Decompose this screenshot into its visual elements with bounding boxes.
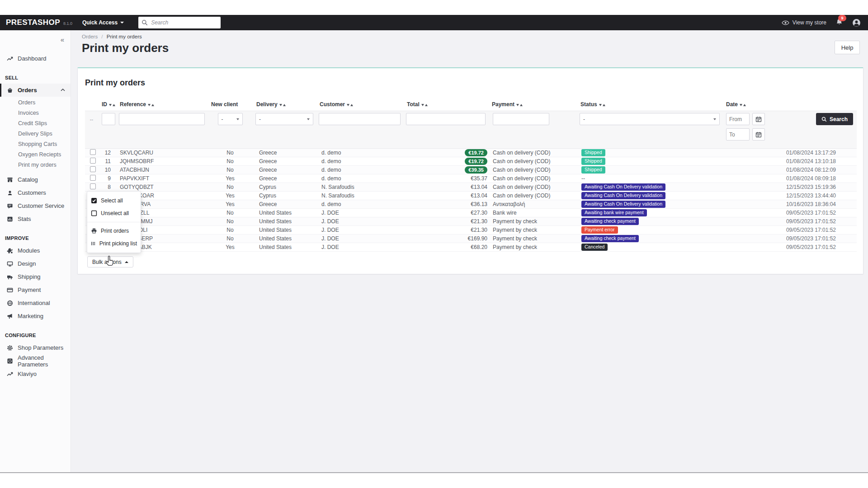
column-label: Status	[580, 101, 597, 108]
sort-icon[interactable]	[347, 101, 353, 108]
sidebar-item-label: Marketing	[18, 313, 43, 319]
sidebar-item-shop-parameters[interactable]: Shop Parameters	[0, 341, 71, 354]
status-badge: Awaiting Cash On Delivery validation	[581, 192, 665, 200]
checkbox-checked-icon	[91, 197, 97, 204]
sort-icon[interactable]	[516, 101, 523, 108]
filter-date-from-input[interactable]	[726, 113, 750, 125]
search-input[interactable]	[150, 19, 211, 26]
column-header-status[interactable]: Status	[577, 99, 722, 111]
column-header-total[interactable]: Total	[403, 99, 488, 111]
column-header-pay[interactable]: Payment	[488, 99, 577, 111]
sidebar-item-marketing[interactable]: Marketing	[0, 310, 71, 323]
cell-id: 9	[98, 174, 116, 183]
column-header-id[interactable]: ID	[98, 99, 116, 111]
sort-icon[interactable]	[740, 101, 746, 108]
row-checkbox[interactable]	[90, 158, 96, 164]
column-header-reference[interactable]: Reference	[116, 99, 208, 111]
cell-cust: d. demo	[316, 200, 403, 209]
total-paid-pill: €19.72	[465, 149, 487, 156]
filter-status-select[interactable]: -	[580, 113, 720, 125]
column-label: ID	[102, 101, 107, 108]
sidebar-subitem-print-my-orders[interactable]: Print my orders	[0, 160, 71, 170]
topbar: PRESTASHOP 8.1.0 Quick Access View my st…	[0, 15, 868, 30]
sidebar-subitem-shopping-carts[interactable]: Shopping Carts	[0, 139, 71, 150]
prestashop-logo[interactable]: PRESTASHOP	[6, 18, 60, 27]
sidebar-item-dashboard[interactable]: Dashboard	[0, 52, 71, 65]
view-my-store-link[interactable]: View my store	[782, 19, 826, 26]
cell-pay: Payment by check	[488, 217, 577, 226]
sidebar-subitem-invoices[interactable]: Invoices	[0, 108, 71, 118]
menu-divider	[87, 222, 141, 222]
cell-date: 09/05/2023 17:01:52	[722, 226, 857, 235]
sidebar-collapse-button[interactable]: «	[59, 35, 66, 44]
sidebar-item-orders[interactable]: Orders	[0, 84, 71, 97]
filter-delivery-select[interactable]: -	[255, 113, 313, 125]
sidebar-subitem-oxygen-reciepts[interactable]: Oxygen Reciepts	[0, 150, 71, 160]
sidebar-item-label: Stats	[18, 216, 31, 222]
total-paid-pill: €19.72	[465, 158, 487, 165]
bulk-menu-item-print-orders[interactable]: Print orders	[87, 225, 141, 237]
sidebar-subitem-delivery-slips[interactable]: Delivery Slips	[0, 129, 71, 139]
content-area: Orders / Print my orders Print my orders…	[71, 30, 868, 472]
bulk-actions-button[interactable]: Bulk actions	[87, 256, 133, 267]
sidebar-item-label: Dashboard	[18, 55, 47, 62]
row-checkbox[interactable]	[90, 166, 96, 172]
sidebar-item-customer-service[interactable]: Customer Service	[0, 199, 71, 212]
status-badge: Awaiting bank wire payment	[581, 209, 647, 217]
dashboard-icon	[7, 56, 13, 62]
breadcrumb-orders[interactable]: Orders	[82, 34, 98, 39]
filter-payment-input[interactable]	[493, 113, 549, 125]
sort-icon[interactable]	[421, 101, 428, 108]
filter-new-client-select[interactable]: -	[218, 113, 243, 125]
sidebar-item-customers[interactable]: Customers	[0, 186, 71, 199]
profile-avatar[interactable]	[852, 19, 861, 27]
sort-icon[interactable]	[279, 101, 286, 108]
grid-search-button[interactable]: Search	[816, 113, 853, 125]
quick-access-menu[interactable]: Quick Access	[82, 19, 124, 26]
cell-del: Greece	[253, 166, 316, 174]
cell-sel	[85, 174, 98, 183]
sidebar-item-stats[interactable]: Stats	[0, 212, 71, 225]
bulk-menu-item-select-all[interactable]: Select all	[87, 194, 141, 207]
sidebar-item-international[interactable]: International	[0, 296, 71, 310]
calendar-icon	[755, 131, 762, 138]
filter-date-to-input[interactable]	[726, 128, 750, 141]
cell-status: Awaiting Cash On Delivery validation	[577, 192, 722, 200]
sidebar-item-modules[interactable]: Modules	[0, 244, 71, 257]
notifications-button[interactable]: 9	[835, 18, 843, 27]
calendar-from-button[interactable]	[752, 113, 765, 125]
column-header-cust[interactable]: Customer	[316, 99, 403, 111]
row-checkbox[interactable]	[90, 175, 96, 181]
filter-id-input[interactable]	[102, 113, 115, 125]
sort-icon[interactable]	[109, 101, 115, 108]
calendar-to-button[interactable]	[752, 128, 765, 141]
sidebar-item-shipping[interactable]: Shipping	[0, 270, 71, 283]
sidebar-item-payment[interactable]: Payment	[0, 283, 71, 296]
sidebar-item-klaviyo[interactable]: Klaviyo	[0, 367, 71, 380]
row-checkbox[interactable]	[90, 149, 96, 155]
table-row: 8GOTYQDBZTNoCyprusN. Sarafoudis€13.04Cas…	[85, 183, 857, 192]
filter-total-input[interactable]	[406, 113, 486, 125]
sidebar-item-design[interactable]: Design	[0, 257, 71, 270]
sort-icon[interactable]	[148, 101, 154, 108]
cell-status: Awaiting bank wire payment	[577, 209, 722, 217]
sort-icon[interactable]	[599, 101, 605, 108]
column-header-date[interactable]: Date	[722, 99, 857, 111]
help-button[interactable]: Help	[835, 41, 860, 54]
cell-cust: J. DOE	[316, 243, 403, 252]
status-badge: Canceled	[581, 244, 608, 251]
bulk-menu-item-print-picking-list[interactable]: Print picking list	[87, 237, 141, 250]
sidebar-item-advanced-parameters[interactable]: Advanced Parameters	[0, 354, 71, 367]
sidebar-subitem-orders[interactable]: Orders	[0, 98, 71, 108]
filter-customer-input[interactable]	[319, 113, 401, 125]
chevron-up-icon	[125, 261, 128, 263]
sidebar-item-catalog[interactable]: Catalog	[0, 173, 71, 186]
status-badge: Awaiting Cash On Delivery validation	[581, 183, 665, 191]
row-checkbox[interactable]	[90, 183, 96, 189]
sidebar-subitem-credit-slips[interactable]: Credit Slips	[0, 118, 71, 129]
cell-total: €21.30	[403, 226, 488, 235]
filter-reference-input[interactable]	[119, 113, 205, 125]
column-header-del[interactable]: Delivery	[253, 99, 316, 111]
bulk-menu-item-unselect-all[interactable]: Unselect all	[87, 207, 141, 220]
modules-icon	[7, 248, 13, 254]
